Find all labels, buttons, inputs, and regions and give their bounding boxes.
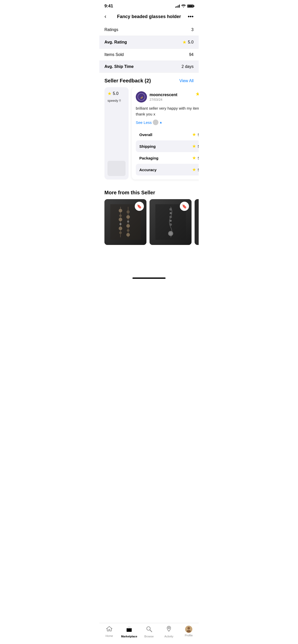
rating-label-accuracy: Accuracy <box>139 168 157 172</box>
status-bar: 9:41 <box>99 0 199 11</box>
status-time: 9:41 <box>104 4 113 9</box>
svg-point-10 <box>119 231 122 234</box>
partial-review-text: speedy !! <box>107 98 126 103</box>
stat-label-items-sold: Items Sold <box>104 52 124 57</box>
svg-point-20 <box>169 232 172 235</box>
bookmark-icon-2: 🔖 <box>182 204 187 209</box>
stat-ship-time: Avg. Ship Time 2 days <box>99 61 199 73</box>
svg-point-16 <box>127 229 129 232</box>
stat-avg-rating: Avg. Rating ★ 5.0 <box>99 36 199 49</box>
stat-label-avg-rating: Avg. Rating <box>104 40 127 45</box>
more-seller-title: More from this Seller <box>99 185 199 199</box>
svg-point-21 <box>169 208 172 211</box>
stat-value-ratings: 3 <box>191 27 194 32</box>
svg-point-7 <box>119 218 122 221</box>
product-img-3 <box>195 199 199 245</box>
stats-section: Ratings 3 Avg. Rating ★ 5.0 Items Sold 9… <box>99 24 199 73</box>
bookmark-icon-1: 🔖 <box>137 204 142 209</box>
stat-ratings: Ratings 3 <box>99 24 199 36</box>
svg-point-17 <box>126 233 130 237</box>
reviewer-avatar: 🌙 <box>136 91 147 103</box>
signal-icon <box>175 5 180 8</box>
rating-overall: Overall ★ 5.0 <box>136 129 199 140</box>
chevron-up-icon: ▲ <box>159 121 162 124</box>
partial-rating-value: 5.0 <box>113 91 118 96</box>
stat-label-ratings: Ratings <box>104 27 118 32</box>
more-button[interactable]: ••• <box>185 13 194 20</box>
main-content: Ratings 3 Avg. Rating ★ 5.0 Items Sold 9… <box>99 24 199 275</box>
stat-value-ship-time: 2 days <box>182 64 194 69</box>
wifi-icon <box>181 4 186 8</box>
feedback-card-main: 🌙 mooncrescent 27/03/24 ★ 5.0 brilliant … <box>132 87 199 180</box>
rating-accuracy: Accuracy ★ 5.0 <box>136 164 199 175</box>
svg-point-12 <box>127 210 130 213</box>
stat-label-ship-time: Avg. Ship Time <box>104 64 134 69</box>
header: ‹ Fancy beaded glasses holder ••• <box>99 11 199 24</box>
battery-icon <box>187 5 194 8</box>
product-card-3[interactable] <box>195 199 199 245</box>
svg-point-14 <box>127 221 129 223</box>
home-indicator <box>132 277 166 279</box>
rating-label-shipping: Shipping <box>139 144 156 149</box>
star-icon-packaging: ★ <box>192 155 196 161</box>
feedback-card-top: 🌙 mooncrescent 27/03/24 ★ 5.0 <box>136 91 199 103</box>
svg-point-25 <box>169 223 172 226</box>
more-products-scroll: 🔖 <box>99 199 199 250</box>
product-card-2[interactable]: 🔖 <box>150 199 192 245</box>
star-icon-shipping: ★ <box>192 143 196 149</box>
feedback-title: Seller Feedback (2) <box>104 78 151 84</box>
rating-score-overall: ★ 5.0 <box>192 132 199 137</box>
svg-point-8 <box>119 223 121 225</box>
partial-ghost-box <box>107 161 126 176</box>
rating-shipping: Shipping ★ 5.0 <box>136 140 199 152</box>
partial-rating-row: ★ 5.0 <box>107 91 126 96</box>
back-button[interactable]: ‹ <box>104 13 113 20</box>
status-icons <box>175 4 194 8</box>
stat-value-items-sold: 94 <box>189 52 194 57</box>
feedback-text: brilliant seller very happy with my item… <box>136 106 199 117</box>
reviewer-star-icon: ★ <box>196 91 199 97</box>
feedback-card-partial: ★ 5.0 speedy !! <box>104 87 129 180</box>
rating-score-accuracy: ★ 5.0 <box>192 167 199 172</box>
rating-packaging: Packaging ★ 5.0 <box>136 152 199 164</box>
star-icon-accuracy: ★ <box>192 167 196 172</box>
bookmark-button-2[interactable]: 🔖 <box>180 202 189 211</box>
partial-star-icon: ★ <box>107 91 112 96</box>
svg-point-24 <box>170 220 172 222</box>
svg-point-13 <box>126 215 130 219</box>
page-title: Fancy beaded glasses holder <box>113 14 185 19</box>
svg-text:🌙: 🌙 <box>140 96 143 98</box>
rating-label-overall: Overall <box>139 133 152 137</box>
reviewer-rating: ★ 5.0 <box>196 91 199 97</box>
reviewer-details: mooncrescent 27/03/24 <box>150 93 177 101</box>
svg-point-5 <box>119 209 122 212</box>
bookmark-button-1[interactable]: 🔖 <box>135 202 144 211</box>
svg-point-23 <box>169 216 172 218</box>
rating-breakdown: Overall ★ 5.0 Shipping ★ 5.0 Pac <box>136 129 199 175</box>
see-less-circle <box>153 120 158 125</box>
reviewer-info: 🌙 mooncrescent 27/03/24 <box>136 91 177 103</box>
star-icon: ★ <box>182 39 186 45</box>
see-less-label: See Less <box>136 120 152 125</box>
reviewer-date: 27/03/24 <box>150 98 177 101</box>
svg-point-15 <box>126 224 130 228</box>
svg-point-22 <box>170 212 172 214</box>
rating-score-packaging: ★ 5.0 <box>192 155 199 161</box>
stat-items-sold: Items Sold 94 <box>99 49 199 61</box>
reviewer-name: mooncrescent <box>150 93 177 97</box>
view-all-button[interactable]: View All <box>179 79 194 83</box>
feedback-scroll: ★ 5.0 speedy !! 🌙 <box>99 87 199 185</box>
stat-value-avg-rating: ★ 5.0 <box>182 39 194 45</box>
star-icon-overall: ★ <box>192 132 196 137</box>
feedback-section-header: Seller Feedback (2) View All <box>99 73 199 87</box>
svg-point-9 <box>119 227 122 230</box>
svg-point-6 <box>119 214 122 217</box>
rating-score-shipping: ★ 5.0 <box>192 143 199 149</box>
rating-label-packaging: Packaging <box>139 156 158 160</box>
see-less-button[interactable]: See Less ▲ <box>136 120 162 125</box>
product-card-1[interactable]: 🔖 <box>104 199 146 245</box>
